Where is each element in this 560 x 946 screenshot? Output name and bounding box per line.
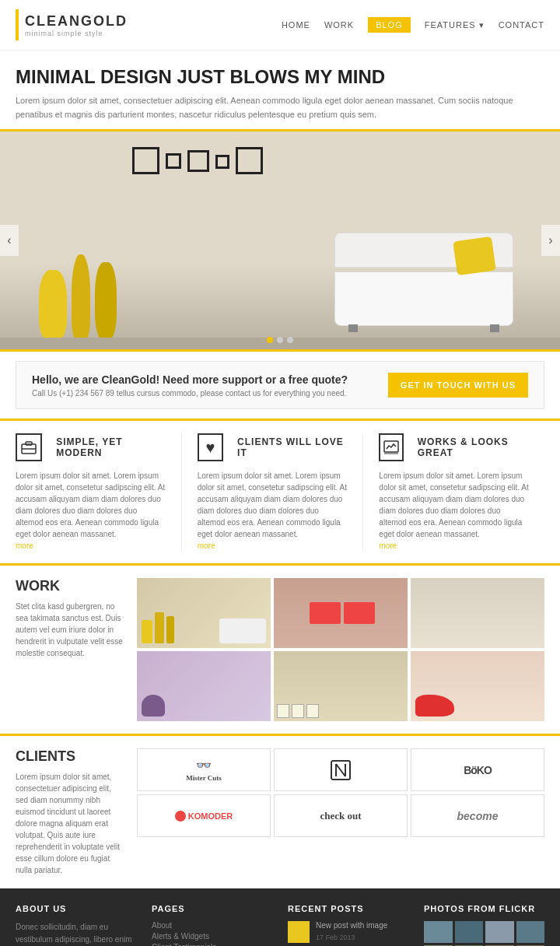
client-logo-become[interactable]: become — [411, 794, 544, 837]
client-logo-mister-cuts[interactable]: 👓 Mister Cuts — [137, 748, 271, 791]
work-section: WORK Stet clita kasd gubergren, no sea t… — [0, 563, 560, 734]
flickr-thumb-4[interactable] — [516, 921, 545, 943]
work-thumb-1[interactable] — [137, 578, 271, 648]
footer-about: ABOUT US Donec sollicitudin, diam eu ves… — [16, 904, 136, 946]
flickr-grid — [424, 921, 544, 946]
feature-works-more[interactable]: more — [379, 541, 397, 550]
work-text: WORK Stet clita kasd gubergren, no sea t… — [16, 578, 124, 721]
footer-link-testimonials[interactable]: Client Testimonials — [152, 943, 272, 946]
feature-simple: SIMPLE, YET MODERN Lorem ipsum dolor sit… — [16, 433, 182, 551]
feature-simple-header: SIMPLE, YET MODERN — [16, 433, 166, 465]
logo-bar — [16, 9, 19, 40]
footer-about-text: Donec sollicitudin, diam eu vestibulum a… — [16, 921, 136, 946]
cta-text: Hello, we are CleanGold! Need more suppo… — [32, 373, 348, 398]
nav-blog[interactable]: BLOG — [368, 17, 411, 33]
heart-icon: ♥ — [198, 433, 223, 461]
dot-1[interactable] — [267, 337, 273, 343]
work-thumb-5[interactable] — [274, 651, 408, 721]
vase-2 — [72, 254, 90, 340]
clients-title: CLIENTS — [16, 748, 124, 765]
slider-prev-button[interactable]: ‹ — [0, 225, 19, 256]
slider-next-button[interactable]: › — [541, 225, 560, 256]
footer-recent-title: RECENT POSTS — [288, 904, 408, 913]
main-nav: HOME WORK BLOG FEATURES ▾ CONTACT — [282, 17, 544, 33]
features-row: SIMPLE, YET MODERN Lorem ipsum dolor sit… — [0, 419, 560, 563]
vase-3 — [95, 262, 117, 340]
logo-subtitle: minimal simple style — [25, 30, 128, 37]
footer-link-alerts[interactable]: Alerts & Widgets — [152, 932, 272, 941]
dot-2[interactable] — [277, 337, 283, 343]
frame-5 — [236, 147, 263, 174]
feature-works-header: WORKS & LOOKS GREAT — [379, 433, 529, 465]
footer-flickr: PHOTOS FROM FLICKR — [424, 904, 544, 946]
work-description: Stet clita kasd gubergren, no sea takima… — [16, 601, 124, 659]
frame-2 — [166, 153, 181, 169]
page-title-area: MINIMAL DESIGN JUST BLOWS MY MIND Lorem … — [0, 51, 560, 131]
client-logo-boko[interactable]: BöKO — [411, 748, 544, 791]
footer-recent: RECENT POSTS New post with image 17 Feb … — [288, 904, 408, 946]
feature-works: WORKS & LOOKS GREAT Lorem ipsum dolor si… — [379, 433, 544, 551]
footer-pages: PAGES About Alerts & Widgets Client Test… — [152, 904, 272, 946]
recent-post-1: New post with image 17 Feb 2013 — [288, 921, 408, 943]
slider-dots — [267, 337, 293, 343]
feature-clients-text: Lorem ipsum dolor sit amet. Lorem ipsum … — [198, 470, 348, 540]
dot-3[interactable] — [287, 337, 293, 343]
hero-slider: ‹ › — [0, 131, 560, 349]
footer-link-about[interactable]: About — [152, 921, 272, 930]
clients-section: CLIENTS Lorem ipsum dolor sit amet, cons… — [0, 734, 560, 888]
nav-features[interactable]: FEATURES ▾ — [425, 20, 485, 30]
header: CLEANGOLD minimal simple style HOME WORK… — [0, 0, 560, 51]
work-title: WORK — [16, 578, 124, 594]
chart-icon — [379, 433, 403, 461]
svg-line-8 — [336, 764, 345, 776]
client-logo-checkout[interactable]: check out — [274, 794, 408, 837]
footer-about-title: ABOUT US — [16, 904, 136, 913]
feature-clients: ♥ CLIENTS WILL LOVE IT Lorem ipsum dolor… — [198, 433, 364, 551]
cta-heading: Hello, we are CleanGold! Need more suppo… — [32, 373, 348, 386]
post-date-1: 17 Feb 2013 — [316, 934, 355, 941]
post-info-1: New post with image 17 Feb 2013 — [316, 921, 387, 942]
post-thumb-1 — [288, 921, 310, 943]
footer-pages-title: PAGES — [152, 904, 272, 913]
clients-grid: 👓 Mister Cuts BöKO KOMODER check out — [137, 748, 544, 876]
feature-clients-more[interactable]: more — [198, 541, 215, 550]
logo: CLEANGOLD minimal simple style — [16, 9, 128, 40]
slider-scene — [0, 131, 560, 349]
footer: ABOUT US Donec sollicitudin, diam eu ves… — [0, 888, 560, 946]
nav-home[interactable]: HOME — [282, 20, 310, 30]
feature-simple-more[interactable]: more — [16, 541, 33, 550]
work-thumb-6[interactable] — [411, 651, 544, 721]
feature-works-text: Lorem ipsum dolor sit amet. Lorem ipsum … — [379, 470, 529, 540]
clients-description: Lorem ipsum dolor sit amet, consectetuer… — [16, 771, 124, 876]
flickr-thumb-3[interactable] — [485, 921, 514, 943]
nav-contact[interactable]: CONTACT — [499, 20, 544, 30]
logo-text: CLEANGOLD — [25, 13, 128, 30]
frame-1 — [132, 147, 159, 174]
post-link-1[interactable]: New post with image — [316, 921, 387, 930]
work-thumb-3[interactable] — [411, 578, 544, 648]
frame-3 — [187, 150, 209, 172]
footer-columns: ABOUT US Donec sollicitudin, diam eu ves… — [16, 904, 544, 946]
frame-4 — [215, 155, 229, 169]
feature-simple-title: SIMPLE, YET MODERN — [56, 436, 166, 458]
nav-work[interactable]: WORK — [324, 20, 354, 30]
work-thumb-4[interactable] — [137, 651, 271, 721]
footer-flickr-title: PHOTOS FROM FLICKR — [424, 904, 544, 913]
client-logo-komoder[interactable]: KOMODER — [137, 794, 271, 837]
cta-button[interactable]: GET IN TOUCH WITH US — [388, 373, 528, 398]
page-title: MINIMAL DESIGN JUST BLOWS MY MIND — [16, 66, 544, 88]
clients-text: CLIENTS Lorem ipsum dolor sit amet, cons… — [16, 748, 124, 876]
cta-banner: Hello, we are CleanGold! Need more suppo… — [16, 361, 544, 409]
svg-rect-1 — [26, 442, 32, 445]
page-description: Lorem ipsum dolor sit amet, consectetuer… — [16, 94, 544, 121]
flickr-thumb-1[interactable] — [424, 921, 453, 943]
vase-1 — [39, 270, 67, 340]
client-logo-n[interactable] — [274, 748, 408, 791]
sofa — [334, 233, 513, 326]
flickr-thumb-2[interactable] — [455, 921, 484, 943]
work-thumb-2[interactable] — [274, 578, 408, 648]
feature-clients-header: ♥ CLIENTS WILL LOVE IT — [198, 433, 348, 465]
wall-frames — [132, 147, 263, 174]
feature-clients-title: CLIENTS WILL LOVE IT — [237, 436, 347, 458]
feature-simple-text: Lorem ipsum dolor sit amet. Lorem ipsum … — [16, 470, 166, 540]
